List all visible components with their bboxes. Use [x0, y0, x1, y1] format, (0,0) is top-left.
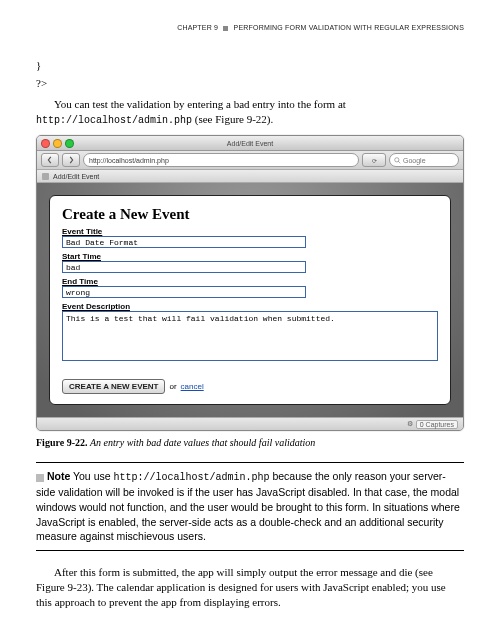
bookmark-bar: Add/Edit Event	[37, 170, 463, 183]
address-bar[interactable]: http://localhost/admin.php	[83, 153, 359, 167]
figure-caption: Figure 9-22. An entry with bad date valu…	[36, 437, 464, 448]
search-field[interactable]: Google	[389, 153, 459, 167]
cancel-link[interactable]: cancel	[181, 382, 204, 391]
address-text: http://localhost/admin.php	[89, 157, 169, 164]
figure-text: An entry with bad date values that shoul…	[90, 437, 315, 448]
header-square-icon	[223, 26, 228, 31]
label-description: Event Description	[62, 302, 438, 311]
label-start-time: Start Time	[62, 252, 438, 261]
note-lead: Note	[47, 470, 70, 482]
search-placeholder: Google	[403, 157, 426, 164]
note-url: http://localhost/admin.php	[113, 472, 269, 483]
note-paragraph: Note You use http://localhost/admin.php …	[36, 469, 464, 544]
chevron-left-icon	[46, 156, 54, 164]
back-button[interactable]	[41, 153, 59, 167]
rss-icon: ⟳	[372, 157, 377, 164]
search-icon	[394, 157, 401, 164]
submit-row: CREATE A NEW EVENT or cancel	[62, 379, 438, 394]
after-paragraph: After this form is submitted, the app wi…	[36, 565, 464, 610]
rss-button[interactable]: ⟳	[362, 153, 386, 167]
rule-top	[36, 462, 464, 463]
code-php-close: ?>	[36, 77, 464, 89]
input-end-time[interactable]	[62, 286, 306, 298]
running-header: CHAPTER 9 PERFORMING FORM VALIDATION WIT…	[36, 24, 464, 31]
window-titlebar: Add/Edit Event	[37, 136, 463, 151]
chapter-title: PERFORMING FORM VALIDATION WITH REGULAR …	[234, 24, 464, 31]
create-event-button[interactable]: CREATE A NEW EVENT	[62, 379, 165, 394]
event-form: Create a New Event Event Title Start Tim…	[49, 195, 451, 405]
intro-paragraph: You can test the validation by entering …	[36, 97, 464, 127]
browser-toolbar: http://localhost/admin.php ⟳ Google	[37, 151, 463, 170]
input-start-time[interactable]	[62, 261, 306, 273]
input-description[interactable]	[62, 311, 438, 361]
chevron-right-icon	[67, 156, 75, 164]
page-content: Create a New Event Event Title Start Tim…	[37, 183, 463, 417]
gear-icon[interactable]: ⚙	[407, 420, 413, 428]
input-event-title[interactable]	[62, 236, 306, 248]
forward-button[interactable]	[62, 153, 80, 167]
label-end-time: End Time	[62, 277, 438, 286]
window-title: Add/Edit Event	[37, 140, 463, 147]
bookmark-label: Add/Edit Event	[53, 173, 99, 180]
chapter-label: CHAPTER 9	[177, 24, 218, 31]
label-event-title: Event Title	[62, 227, 438, 236]
rule-bottom	[36, 550, 464, 551]
intro-url: http://localhost/admin.php	[36, 115, 192, 126]
figure-number: Figure 9-22.	[36, 437, 87, 448]
status-bar: ⚙ 0 Captures	[37, 417, 463, 430]
svg-line-1	[398, 161, 400, 163]
page: CHAPTER 9 PERFORMING FORM VALIDATION WIT…	[0, 0, 500, 617]
form-title: Create a New Event	[62, 206, 438, 223]
code-closing-brace: }	[36, 59, 464, 71]
browser-window: Add/Edit Event http://localhost/admin.ph…	[36, 135, 464, 431]
zone-indicator: 0 Captures	[416, 420, 458, 429]
page-icon	[42, 173, 49, 180]
note-square-icon	[36, 474, 44, 482]
or-text: or	[169, 382, 176, 391]
